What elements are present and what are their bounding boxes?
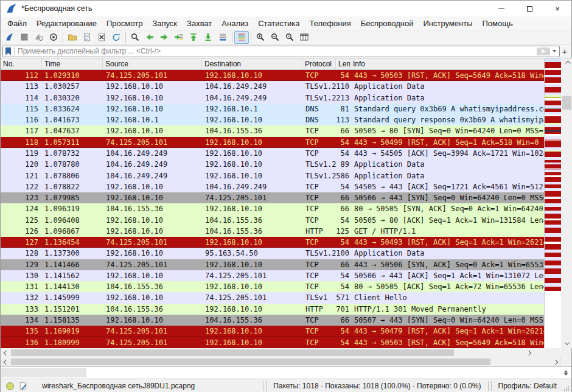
- stop-capture-button[interactable]: [17, 31, 32, 44]
- column-header-info[interactable]: Info: [351, 58, 544, 69]
- menu-item-10[interactable]: Инструменты: [418, 18, 477, 29]
- col-time: 1.180999: [42, 338, 103, 347]
- packet-row[interactable]: 1201.078780104.16.249.249192.168.10.10TL…: [1, 159, 544, 170]
- menu-item-3[interactable]: Просмотр: [102, 18, 147, 29]
- packet-row[interactable]: 1211.078806104.16.249.249192.168.10.10TL…: [1, 170, 544, 181]
- packet-row[interactable]: 1311.144130104.16.155.36192.168.10.10TCP…: [1, 281, 544, 292]
- display-filter-input[interactable]: Применить дисплейный фильтр ... <Ctrl-/>: [2, 46, 560, 57]
- menu-item-5[interactable]: Захват: [182, 18, 217, 29]
- packet-row[interactable]: 1331.151201104.16.155.36192.168.10.10HTT…: [1, 304, 544, 315]
- scroll-down-button[interactable]: [561, 338, 572, 348]
- packet-row[interactable]: 1321.145999192.168.10.1074.125.205.101TL…: [1, 292, 544, 303]
- packet-row[interactable]: 1161.041673192.168.10.1192.168.10.10DNS1…: [1, 114, 544, 125]
- packet-row[interactable]: 1281.137300192.168.10.1095.163.54.50TLSv…: [1, 248, 544, 259]
- zoom-in-button[interactable]: [253, 31, 268, 44]
- go-to-packet-button[interactable]: [172, 31, 186, 44]
- scroll-right-button[interactable]: [523, 348, 534, 357]
- scroll-right-button-2[interactable]: [550, 357, 560, 366]
- scroll-up-button[interactable]: [561, 58, 572, 68]
- apply-filter-button[interactable]: [537, 47, 550, 55]
- packet-row[interactable]: 1121.02931074.125.205.101192.168.10.10TC…: [1, 70, 544, 81]
- bookmark-icon[interactable]: [5, 47, 12, 55]
- column-header-protocol[interactable]: Protocol: [302, 58, 336, 69]
- vertical-scroll-track[interactable]: [561, 68, 572, 338]
- resize-grip[interactable]: [563, 385, 570, 391]
- go-forward-button[interactable]: [157, 31, 172, 44]
- packet-list-hscrollbar[interactable]: [1, 348, 571, 357]
- scroll-left-button[interactable]: [1, 348, 11, 357]
- packet-row[interactable]: 1361.18099974.125.205.101192.168.10.10TC…: [1, 337, 544, 348]
- packet-row[interactable]: 1151.033624192.168.10.10192.168.10.1DNS8…: [1, 103, 544, 114]
- auto-scroll-button[interactable]: [215, 31, 230, 44]
- packet-row[interactable]: 1231.079985192.168.10.1074.125.205.101TC…: [1, 192, 544, 203]
- secondary-hscrollbar[interactable]: [1, 357, 571, 366]
- menu-item-8[interactable]: Телефония: [304, 18, 355, 29]
- save-file-button[interactable]: [80, 31, 94, 44]
- menu-item-4[interactable]: Запуск: [147, 18, 182, 29]
- vertical-scroll-thumb[interactable]: [562, 96, 571, 110]
- packet-row[interactable]: 1301.141562192.168.10.1074.125.205.101TC…: [1, 270, 544, 281]
- minimize-icon: [498, 9, 504, 9]
- menu-item-6[interactable]: Анализ: [217, 18, 253, 29]
- collapsed-pane-strip: [1, 366, 571, 379]
- profile-label[interactable]: Профиль: Default: [493, 382, 563, 390]
- column-header-source[interactable]: Source: [103, 58, 202, 69]
- packet-row[interactable]: 1131.030257192.168.10.10104.16.249.249TL…: [1, 81, 544, 92]
- col-no: 123: [1, 194, 42, 202]
- start-capture-button[interactable]: [2, 31, 17, 44]
- menu-item-11[interactable]: Помощь: [478, 18, 518, 29]
- maximize-button[interactable]: [515, 1, 543, 16]
- column-header-destination[interactable]: Destination: [202, 58, 302, 69]
- reload-file-button[interactable]: [109, 31, 124, 44]
- scroll-left-button-2[interactable]: [1, 357, 11, 366]
- column-header-time[interactable]: Time: [42, 58, 103, 69]
- column-header-length[interactable]: Length: [336, 58, 351, 69]
- colorize-packets-button[interactable]: [234, 31, 249, 44]
- col-no: 118: [1, 138, 42, 147]
- restart-capture-button[interactable]: [32, 31, 46, 44]
- col-len: 586: [336, 172, 351, 180]
- resize-columns-button[interactable]: [297, 31, 312, 44]
- go-last-packet-button[interactable]: [201, 31, 215, 44]
- packet-row[interactable]: 1191.078732104.16.249.249192.168.10.10TC…: [1, 148, 544, 159]
- column-header-no[interactable]: No.: [1, 58, 42, 69]
- menu-item-7[interactable]: Статистика: [253, 18, 304, 29]
- hscroll-track-2[interactable]: [11, 357, 550, 366]
- close-button[interactable]: ×: [543, 1, 571, 16]
- close-file-button[interactable]: [94, 31, 109, 44]
- hscroll-thumb-1[interactable]: [11, 349, 454, 356]
- zoom-reset-button[interactable]: [282, 31, 297, 44]
- packet-row[interactable]: 1181.05731174.125.205.101192.168.10.10TC…: [1, 137, 544, 148]
- packet-row[interactable]: 1241.096319104.16.155.36192.168.10.10TCP…: [1, 203, 544, 214]
- packet-row[interactable]: 1271.13645474.125.205.101192.168.10.10TC…: [1, 237, 544, 248]
- capture-options-button[interactable]: [46, 31, 61, 44]
- add-filter-button[interactable]: +: [560, 46, 570, 57]
- find-packet-button[interactable]: [128, 31, 142, 44]
- menu-item-9[interactable]: Беспроводной: [356, 18, 419, 29]
- packet-row[interactable]: 1221.078822192.168.10.10104.16.249.249TC…: [1, 181, 544, 192]
- menu-item-1[interactable]: Файл: [2, 18, 32, 29]
- packet-row[interactable]: 1171.047637192.168.10.10104.16.155.36TCP…: [1, 125, 544, 136]
- pane-scroll-thumb[interactable]: [1, 368, 86, 377]
- go-first-packet-button[interactable]: [186, 31, 201, 44]
- packet-row[interactable]: 1341.158135192.168.10.10104.16.155.36TCP…: [1, 315, 544, 326]
- packet-minimap[interactable]: [544, 58, 561, 348]
- packet-row[interactable]: 1291.14146674.125.205.101192.168.10.10TC…: [1, 259, 544, 270]
- packet-row[interactable]: 1351.16901974.125.205.101192.168.10.10TC…: [1, 326, 544, 337]
- packet-row[interactable]: 1141.030320192.168.10.10104.16.249.249TL…: [1, 93, 544, 103]
- open-file-button[interactable]: [65, 31, 80, 44]
- hscroll-track-1[interactable]: [11, 348, 523, 357]
- minimize-button[interactable]: [487, 1, 515, 16]
- go-back-button[interactable]: [142, 31, 157, 44]
- packet-row[interactable]: 1251.096408192.168.10.10104.16.155.36TCP…: [1, 214, 544, 225]
- packet-row[interactable]: 1261.096867192.168.10.10104.16.155.36HTT…: [1, 226, 544, 237]
- hscroll-thumb-2[interactable]: [11, 359, 490, 365]
- capture-comment-icon[interactable]: [19, 382, 27, 390]
- expert-info-icon[interactable]: [6, 382, 14, 390]
- spin-up-icon: [564, 370, 568, 373]
- filter-dropdown-icon[interactable]: [553, 50, 556, 52]
- pane-spin-control[interactable]: [564, 370, 568, 376]
- vertical-scrollbar[interactable]: [561, 58, 572, 348]
- zoom-out-button[interactable]: [268, 31, 282, 44]
- menu-item-2[interactable]: Редактирование: [32, 18, 102, 29]
